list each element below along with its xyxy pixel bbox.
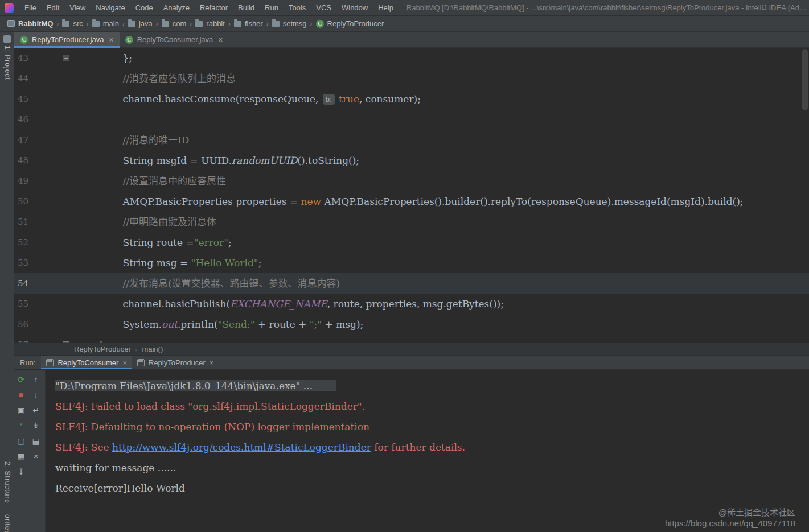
menu-window[interactable]: Window <box>336 3 373 12</box>
code-line[interactable]: 43−}; <box>14 48 809 68</box>
run-tab-replytoconsumer[interactable]: ReplyToConsumer× <box>41 356 132 369</box>
console-link[interactable]: http://www.slf4j.org/codes.html#StaticLo… <box>112 442 371 453</box>
tool-window-structure-button[interactable]: 2: Structure <box>0 461 14 504</box>
breadcrumb-src[interactable]: src <box>60 19 84 28</box>
code-line[interactable]: 56System.out.println("Send:" + route + "… <box>14 314 809 335</box>
code-line[interactable]: 57⌐} <box>14 335 809 343</box>
tool-window-project-button[interactable]: 1: Project <box>0 35 14 80</box>
breadcrumb-class[interactable]: ReplyToProducer <box>74 345 131 353</box>
pin-icon[interactable]: ↧ <box>15 466 27 477</box>
breadcrumb-fisher[interactable]: fisher <box>232 19 265 28</box>
close-tab-icon[interactable]: × <box>210 358 214 367</box>
app-logo-icon[interactable] <box>5 3 14 13</box>
content-column: CReplyToProducer.java×CReplyToConsumer.j… <box>14 32 809 532</box>
breadcrumb-separator-icon: › <box>56 20 59 28</box>
token-plain: String msg = <box>123 257 191 269</box>
token-plain: ; <box>740 196 744 207</box>
breadcrumb-method[interactable]: main() <box>142 345 163 353</box>
code-line[interactable]: 55channel.basicPublish(EXCHANGE_NAME, ro… <box>14 294 809 314</box>
snapshot-icon[interactable]: ▣ <box>15 405 27 416</box>
menu-help[interactable]: Help <box>373 3 399 12</box>
breadcrumb-main[interactable]: main <box>91 19 121 28</box>
menu-run[interactable]: Run <box>260 3 284 12</box>
run-tabs: ReplyToConsumer×ReplyToProducer× <box>41 356 219 369</box>
breadcrumb-label: rabbit <box>206 19 225 28</box>
scrollbar-thumb[interactable] <box>802 49 808 110</box>
breadcrumb-java[interactable]: java <box>126 19 154 28</box>
breadcrumb-setmsg[interactable]: setmsg <box>270 19 309 28</box>
breadcrumb-rabbit[interactable]: rabbit <box>194 19 227 28</box>
main-area: 1: Project 2: Structure orites CReplyToP… <box>0 32 809 532</box>
down-stack-trace-icon[interactable]: ↓ <box>30 389 42 401</box>
scroll-to-end-icon[interactable]: ⇟ <box>30 420 42 431</box>
console-text: for further details. <box>371 442 465 453</box>
code-line[interactable]: 46 <box>14 109 809 130</box>
fold-collapse-icon[interactable]: − <box>63 55 69 61</box>
tool-window-favorites-button[interactable]: orites <box>0 514 14 532</box>
line-number: 49 <box>14 171 59 191</box>
token-keyword: true <box>339 93 359 105</box>
breadcrumb-separator-icon: › <box>87 20 89 28</box>
menu-code[interactable]: Code <box>130 3 158 12</box>
menu-vcs[interactable]: VCS <box>311 3 336 12</box>
code-line[interactable]: 51//申明路由键及消息体 <box>14 212 809 232</box>
editor[interactable]: 43−};44//消费者应答队列上的消息45channel.basicConsu… <box>14 48 809 343</box>
editor-scrollbar[interactable] <box>801 48 809 343</box>
breadcrumb-com[interactable]: com <box>160 19 188 28</box>
menu-edit[interactable]: Edit <box>42 3 64 12</box>
print-icon[interactable]: ▤ <box>30 435 42 447</box>
close-tab-icon[interactable]: × <box>122 358 127 367</box>
token-string: "Send:" <box>218 319 255 330</box>
close-tab-icon[interactable]: × <box>109 35 113 44</box>
up-stack-trace-icon[interactable]: ↑ <box>30 374 42 385</box>
layout-icon[interactable]: ▦ <box>15 451 27 462</box>
run-tab-replytoproducer[interactable]: ReplyToProducer× <box>132 356 219 369</box>
rerun-icon[interactable]: ⟳ <box>15 374 27 385</box>
fold-end-icon[interactable]: ⌐ <box>63 341 69 343</box>
token-plain: } <box>98 339 104 343</box>
close-tab-icon[interactable]: × <box>218 35 223 44</box>
menu-navigate[interactable]: Navigate <box>91 3 130 12</box>
console-text: "D:\Program Files\Java\jdk1.8.0_144\bin\… <box>55 380 336 391</box>
console-line: waiting for message ...... <box>55 457 809 478</box>
folder-icon <box>62 21 69 27</box>
settings-icon[interactable]: * <box>15 420 27 431</box>
clear-all-icon[interactable]: × <box>30 451 42 462</box>
menu-analyze[interactable]: Analyze <box>158 3 195 12</box>
breadcrumb-replytoproducer[interactable]: CReplyToProducer <box>314 19 386 28</box>
token-plain: AMQP.BasicProperties properties = <box>123 196 301 207</box>
token-static: randomUUID <box>232 155 297 166</box>
code-line[interactable]: 50AMQP.BasicProperties properties = new … <box>14 191 809 212</box>
stop-icon[interactable]: ■ <box>15 389 27 401</box>
code-line[interactable]: 45channel.basicConsume(responseQueue, b:… <box>14 89 809 109</box>
code-text: channel.basicPublish(EXCHANGE_NAME, rout… <box>73 294 504 314</box>
code-text: //消息的唯一ID <box>73 130 189 150</box>
menu-view[interactable]: View <box>64 3 91 12</box>
code-line[interactable]: 52String route ="error"; <box>14 232 809 253</box>
editor-breadcrumb: ReplyToProducer › main() <box>14 343 809 355</box>
breadcrumb-rabbitmq[interactable]: RabbitMQ <box>6 19 55 28</box>
code-line[interactable]: 53String msg = "Hello World"; <box>14 253 809 273</box>
menu-file[interactable]: File <box>19 3 42 12</box>
code-text: channel.basicConsume(responseQueue, b: t… <box>73 89 421 109</box>
line-number: 47 <box>14 130 59 150</box>
menu-tools[interactable]: Tools <box>284 3 311 12</box>
code-line[interactable]: 54//发布消息(设置交换器、路由键、参数、消息内容) <box>14 273 809 294</box>
console-window-icon[interactable]: ▢ <box>15 435 27 447</box>
folder-icon <box>195 21 203 27</box>
console-text: SLF4J: See <box>55 442 112 453</box>
menu-refactor[interactable]: Refactor <box>195 3 233 12</box>
token-plain: channel.basicConsume(responseQueue, <box>123 93 322 105</box>
navigation-bar: RabbitMQ›src›main›java›com›rabbit›fisher… <box>0 16 809 32</box>
editor-tab-replytoproducer-java[interactable]: CReplyToProducer.java× <box>14 32 120 47</box>
token-keyword: new <box>301 196 322 207</box>
code-line[interactable]: 44//消费者应答队列上的消息 <box>14 68 809 89</box>
menu-build[interactable]: Build <box>233 3 260 12</box>
code-line[interactable]: 48String msgId = UUID.randomUUID().toStr… <box>14 150 809 171</box>
code-line[interactable]: 49//设置消息中的应答属性 <box>14 171 809 191</box>
watermark-url: https://blog.csdn.net/qq_40977118 <box>665 518 795 529</box>
soft-wrap-icon[interactable]: ↵ <box>30 405 42 416</box>
editor-tab-replytoconsumer-java[interactable]: CReplyToConsumer.java× <box>120 32 229 47</box>
code-line[interactable]: 47//消息的唯一ID <box>14 130 809 150</box>
token-plain: .println( <box>178 319 218 330</box>
